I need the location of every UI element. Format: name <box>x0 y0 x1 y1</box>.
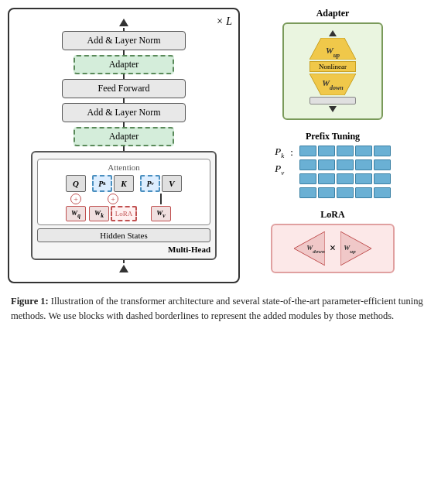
prefix-row-v <box>299 173 391 184</box>
prefix-row-v2 <box>299 187 391 198</box>
prefix-row-k <box>299 146 391 156</box>
prefix-block <box>355 187 372 198</box>
prefix-block <box>337 173 354 184</box>
adapter-top: Adapter <box>74 55 174 74</box>
wq-box: Wq <box>66 206 86 221</box>
wup-trap: Wup <box>309 38 356 60</box>
right-panel: Adapter Wup Nonlinear Wdown <box>248 8 418 283</box>
prefix-block <box>299 159 316 170</box>
multihead-label: Multi-Head <box>37 245 210 254</box>
qkv-row: Q + Wq Pk K + <box>41 175 207 221</box>
prefix-block <box>299 146 316 156</box>
pv-v-column: Pv V Wv <box>140 175 182 221</box>
prefix-blocks <box>299 146 391 198</box>
top-arrow-in <box>119 19 128 26</box>
lora-k-box: LoRA <box>111 206 137 221</box>
q-plus: + <box>70 194 81 204</box>
figure-label: Figure 1: <box>11 296 49 307</box>
adapter-section: Adapter Wup Nonlinear Wdown <box>248 8 418 120</box>
hidden-states-box: Hidden States <box>37 228 210 242</box>
prefix-block <box>299 187 316 198</box>
wup-trap-svg: Wup <box>309 38 356 60</box>
v-box: V <box>162 175 182 192</box>
q-column: Q + Wq <box>66 175 86 221</box>
prefix-block <box>355 159 372 170</box>
multihead-block: Attention Q + Wq Pk <box>31 151 217 260</box>
prefix-block <box>337 187 354 198</box>
prefix-block <box>318 159 335 170</box>
prefix-block <box>355 173 372 184</box>
prefix-row-k2 <box>299 159 391 170</box>
prefix-block <box>355 146 372 156</box>
q-box: Q <box>66 175 86 192</box>
wv-label: Wv <box>156 209 165 219</box>
adapter-title: Adapter <box>248 8 418 19</box>
pk-box: Pk <box>92 175 112 192</box>
bottom-line <box>123 260 125 263</box>
adapter-arrow-bottom <box>329 106 337 112</box>
prefix-colon: : <box>290 146 293 159</box>
prefix-block <box>318 146 335 156</box>
lora-wup-svg: Wup <box>340 231 371 266</box>
prefix-block <box>374 159 391 170</box>
xl-label: × L <box>216 15 232 28</box>
wq-label: Wq <box>71 209 80 219</box>
wdown-trap-svg: Wdown <box>309 74 356 95</box>
v-line <box>160 194 162 204</box>
prefix-block <box>318 173 335 184</box>
nonlinear-box: Nonlinear <box>309 61 356 72</box>
add-layer-norm-top: Add & Layer Norm <box>62 31 186 50</box>
lora-wdown-svg: Wdown <box>294 231 325 266</box>
pk-prefix-label: Pk <box>275 146 284 159</box>
bottom-arrow <box>119 265 128 272</box>
wk-box: Wk <box>89 206 109 221</box>
prefix-block <box>318 187 335 198</box>
prefix-section: Prefix Tuning Pk Pv : <box>248 131 418 198</box>
lora-section: LoRA Wdown × Wup <box>248 209 418 273</box>
k-plus: + <box>108 194 118 204</box>
lora-title: LoRA <box>248 209 418 221</box>
add-layer-norm-mid: Add & Layer Norm <box>62 103 186 122</box>
attention-label: Attention <box>41 163 207 172</box>
figure-caption: Figure 1: Illustration of the transforme… <box>8 294 440 324</box>
adapter-diagram: Wup Nonlinear Wdown <box>282 22 383 120</box>
prefix-block <box>374 173 391 184</box>
prefix-block <box>337 146 354 156</box>
lora-diagram: Wdown × Wup <box>271 224 395 273</box>
adapter-mid: Adapter <box>74 127 174 146</box>
attention-inner: Attention Q + Wq Pk <box>37 159 210 225</box>
pv-prefix-label: Pv <box>275 163 284 176</box>
times-symbol: × <box>330 242 336 255</box>
pv-box: Pv <box>140 175 160 192</box>
wdown-trap: Wdown <box>309 74 356 95</box>
prefix-diagram: Pk Pv : <box>248 146 418 198</box>
caption-text: Illustration of the transformer architec… <box>11 296 423 321</box>
prefix-labels: Pk Pv <box>275 146 284 176</box>
wv-box: Wv <box>151 206 171 221</box>
wk-label: Wk <box>94 209 104 219</box>
prefix-block <box>337 159 354 170</box>
pk-k-column: Pk K + Wk LoRA <box>89 175 137 221</box>
prefix-block <box>374 187 391 198</box>
k-box: K <box>114 175 134 192</box>
prefix-block <box>299 173 316 184</box>
adapter-bottom-bar <box>309 97 356 105</box>
prefix-title: Prefix Tuning <box>248 131 418 142</box>
feed-forward-box: Feed Forward <box>62 79 186 98</box>
prefix-block <box>374 146 391 156</box>
left-architecture-diagram: × L Add & Layer Norm Adapter Feed Forwar… <box>8 8 240 283</box>
adapter-arrow-top <box>329 30 337 36</box>
